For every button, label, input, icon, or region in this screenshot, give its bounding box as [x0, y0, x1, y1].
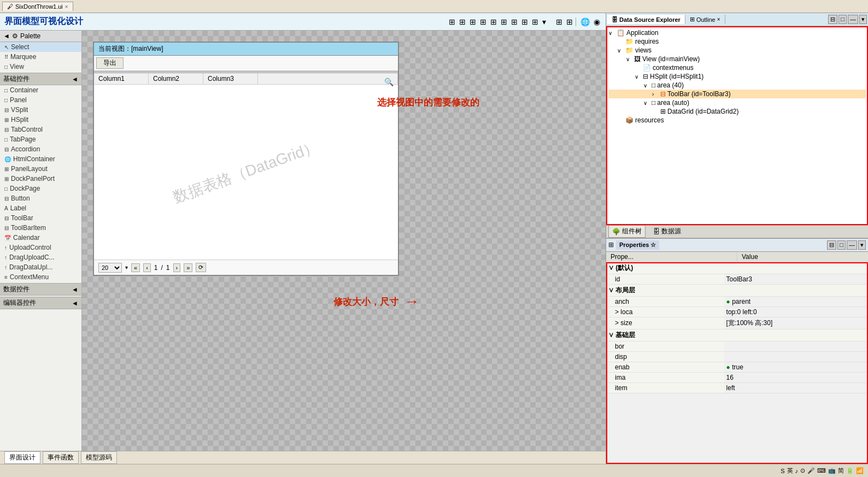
tree-item-mainview[interactable]: ∨ 🖼 View (id=mainView)	[608, 55, 866, 63]
tree-toggle-application[interactable]: ∨	[608, 30, 615, 36]
palette-item-tabcontrol[interactable]: ⊟ TabControl	[0, 125, 81, 134]
props-ctrl-3[interactable]: —	[847, 240, 857, 250]
tree-item-area40[interactable]: ∨ □ area (40)	[608, 81, 866, 90]
toolbar-icon-paste[interactable]: ⊞	[565, 17, 574, 27]
palette-item-button[interactable]: ⊟ Button	[0, 193, 81, 203]
props-location-value[interactable]: top:0 left:0	[724, 307, 868, 317]
toolbar3-icon: ⊟	[660, 90, 666, 98]
palette-item-toolbaritem[interactable]: ⊟ ToolBarItem	[0, 223, 81, 233]
toolbar-icon-5[interactable]: ⊞	[489, 17, 498, 27]
toolbar-icon-7[interactable]: ⊞	[510, 17, 519, 27]
file-tab[interactable]: 🖋 SixDontThrow1.ui ×	[2, 2, 73, 11]
toolbar-globe-icon[interactable]: 🌐	[579, 17, 591, 27]
win-ctrl-dropdown[interactable]: ▾	[859, 15, 867, 24]
palette-item-dockpanelport[interactable]: ⊞ DockPanelPort	[0, 174, 81, 184]
palette-item-calendar[interactable]: 📅 Calendar	[0, 233, 81, 243]
props-size-value[interactable]: [宽:100% 高:30]	[724, 317, 868, 329]
toolbar-icon-copy[interactable]: ⊞	[555, 17, 564, 27]
palette-item-select[interactable]: ↖ Select	[0, 42, 81, 52]
palette-item-dragupload[interactable]: ↑ DragUploadC...	[0, 252, 81, 262]
col-header-3: Column3	[203, 73, 258, 84]
palette-section-data[interactable]: 数据控件 ◄	[0, 283, 81, 296]
tree-item-requires[interactable]: 📁 requires	[608, 37, 866, 46]
page-size-select[interactable]: 20 10 50 100	[98, 263, 122, 273]
palette-section-basic[interactable]: 基础控件 ◄	[0, 73, 81, 85]
toolbar-icon-8[interactable]: ⊞	[520, 17, 529, 27]
tab-component-tree[interactable]: 🌳 组件树	[608, 225, 646, 238]
toolbar-icon-4[interactable]: ⊞	[479, 17, 488, 27]
props-image-value[interactable]: 16	[724, 372, 868, 382]
tree-toggle-area40[interactable]: ∨	[643, 83, 650, 89]
next-page-btn[interactable]: ›	[173, 263, 181, 272]
toolbar-dropdown-icon[interactable]: ▾	[541, 17, 547, 27]
tree-toggle-hsplit[interactable]: ∨	[635, 74, 641, 80]
toolbar-icon-9[interactable]: ⊞	[531, 17, 539, 27]
props-id-value[interactable]: ToolBar3	[724, 274, 868, 284]
palette-item-dragdataupload[interactable]: ↑ DragDataUpl...	[0, 262, 81, 272]
nav-tab-events[interactable]: 事件函数	[43, 451, 79, 464]
tab-data-source[interactable]: 🗄 数据源	[650, 226, 684, 237]
tree-item-hsplit[interactable]: ∨ ⊟ HSplit (id=HSplit1)	[608, 72, 866, 81]
canvas-area[interactable]: 当前视图：[mainView] 导出 Column1 Column2	[82, 31, 606, 451]
export-button[interactable]: 导出	[96, 57, 124, 69]
props-anchor-value[interactable]: ● parent	[724, 296, 868, 307]
tab-data-source-explorer[interactable]: 🗄 Data Source Explorer	[607, 15, 685, 24]
tab-properties[interactable]: Properties ☆	[616, 240, 659, 250]
palette-item-hsplit[interactable]: ⊞ HSplit	[0, 115, 81, 125]
tree-item-resources[interactable]: 📦 resources	[608, 116, 866, 125]
tree-item-datagrid2[interactable]: ⊞ DataGrid (id=DataGrid2)	[608, 107, 866, 116]
tab-outline[interactable]: ⊞ Outline ×	[685, 15, 725, 24]
toolbar-icon-2[interactable]: ⊞	[458, 17, 467, 27]
prev-page-btn[interactable]: ‹	[143, 263, 151, 272]
tree-item-application[interactable]: ∨ 📋 Application	[608, 28, 866, 37]
props-border-value[interactable]	[724, 341, 868, 351]
tree-item-areaauto[interactable]: ∨ □ area (auto)	[608, 98, 866, 107]
palette-item-view[interactable]: □ View	[0, 62, 81, 72]
palette-header[interactable]: ◄ ⚙ Palette	[0, 31, 81, 42]
palette-section-editor[interactable]: 编辑器控件 ◄	[0, 297, 81, 309]
props-display-value[interactable]	[724, 351, 868, 362]
win-ctrl-maximize[interactable]: □	[838, 15, 847, 24]
tree-toggle-views[interactable]: ∨	[617, 48, 624, 54]
palette-item-marquee[interactable]: ⠿ Marquee	[0, 52, 81, 62]
win-ctrl-minimize[interactable]: ⊟	[828, 15, 837, 24]
toolbar-icon-6[interactable]: ⊞	[500, 17, 508, 27]
file-tab-close[interactable]: ×	[65, 4, 68, 10]
props-enabled-value[interactable]: ● true	[724, 362, 868, 372]
palette-item-label[interactable]: A Label	[0, 203, 81, 213]
tree-toggle-mainview[interactable]: ∨	[626, 56, 632, 62]
palette-item-htmlcontainer[interactable]: 🌐 HtmlContainer	[0, 154, 81, 164]
tree-item-contextmenus[interactable]: 📄 contextmenus	[608, 63, 866, 72]
outline-close-icon[interactable]: ×	[717, 16, 720, 22]
props-ctrl-2[interactable]: □	[837, 240, 846, 250]
toolbar-dot-icon[interactable]: ◉	[593, 17, 601, 27]
palette-item-uploadcontrol[interactable]: ↑ UploadControl	[0, 243, 81, 252]
palette-tabpage-label: TabPage	[10, 136, 36, 143]
toolbar-icon-3[interactable]: ⊞	[468, 17, 477, 27]
pagination-bar: 20 10 50 100 ▾ « ‹ 1 / 1 ›	[94, 260, 398, 275]
first-page-btn[interactable]: «	[131, 263, 140, 272]
nav-tab-design[interactable]: 界面设计	[4, 451, 40, 464]
palette-item-vsplit[interactable]: ⊟ VSplit	[0, 105, 81, 115]
palette-item-tabpage[interactable]: □ TabPage	[0, 134, 81, 144]
nav-tab-source[interactable]: 模型源码	[81, 451, 117, 464]
marquee-icon: ⠿	[4, 54, 8, 60]
props-ctrl-dropdown[interactable]: ▾	[858, 240, 866, 250]
palette-item-dockpage[interactable]: □ DockPage	[0, 184, 81, 193]
palette-item-toolbar[interactable]: ⊟ ToolBar	[0, 213, 81, 223]
props-ctrl-1[interactable]: ⊟	[827, 240, 836, 250]
palette-item-panel[interactable]: □ Panel	[0, 95, 81, 105]
last-page-btn[interactable]: »	[184, 263, 192, 272]
tree-toggle-toolbar3[interactable]: ›	[652, 91, 659, 97]
palette-item-panellayout[interactable]: ⊞ PanelLayout	[0, 164, 81, 174]
palette-item-accordion[interactable]: ⊟ Accordion	[0, 144, 81, 154]
palette-item-contextmenu[interactable]: ≡ ContextMenu	[0, 272, 81, 282]
palette-item-container[interactable]: □ Container	[0, 85, 81, 95]
tree-item-views[interactable]: ∨ 📁 views	[608, 46, 866, 55]
props-item-value[interactable]: left	[724, 382, 868, 393]
refresh-btn[interactable]: ⟳	[196, 263, 206, 272]
win-ctrl-close[interactable]: —	[848, 15, 858, 24]
tree-item-toolbar3[interactable]: › ⊟ ToolBar (id=ToolBar3)	[608, 90, 866, 98]
tree-toggle-areaauto[interactable]: ∨	[643, 100, 650, 106]
toolbar-icon-1[interactable]: ⊞	[448, 17, 456, 27]
